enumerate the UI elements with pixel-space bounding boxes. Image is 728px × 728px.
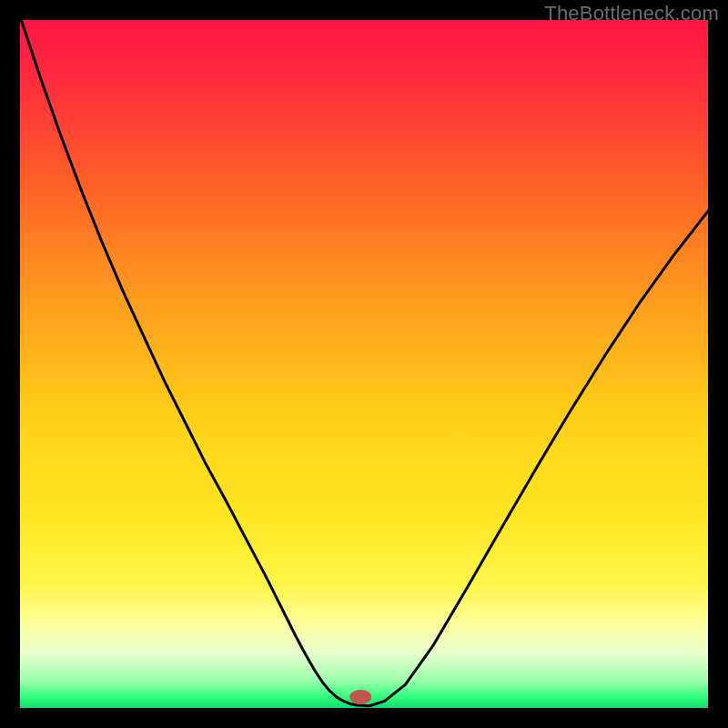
optimal-point-marker (349, 690, 371, 704)
gradient-background (20, 20, 708, 708)
watermark-text: TheBottleneck.com (544, 2, 719, 25)
plot-area (20, 20, 708, 708)
chart-frame: TheBottleneck.com (0, 0, 728, 728)
chart-svg (20, 20, 708, 708)
